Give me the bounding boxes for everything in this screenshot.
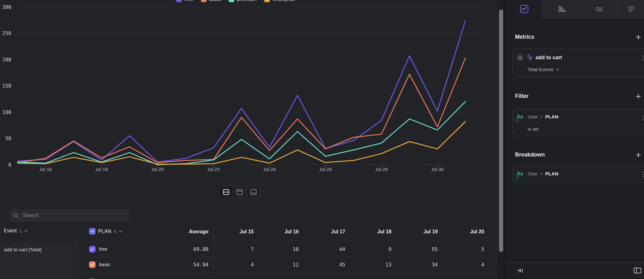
event-column-header[interactable]: Event 1 (4, 228, 28, 234)
plan-count: 4 (114, 229, 116, 234)
legend-label: basic (209, 0, 221, 2)
chevron-right-icon (541, 115, 543, 118)
table-row-basic[interactable]: basic 54.94 4 12 45 13 34 4 (80, 257, 498, 272)
check-icon (90, 263, 94, 266)
event-cursor-icon (526, 54, 533, 61)
filter-operator[interactable]: Is set (528, 127, 539, 132)
x-axis-label: Jul 22 (207, 167, 220, 172)
property-name: PLAN (545, 114, 558, 120)
measure-label: Total Events (528, 67, 553, 72)
plan-select-all-checkbox[interactable] (89, 228, 96, 235)
metrics-section-title: Metrics (515, 34, 534, 40)
check-icon (90, 230, 94, 233)
row-checkbox[interactable] (89, 246, 96, 253)
chevron-down-icon (119, 230, 122, 232)
bottom-panel-icon (250, 189, 257, 195)
event-cell-label: add to cart [Total] (4, 247, 42, 253)
day-value: 44 (339, 246, 345, 252)
property-entity: User (528, 114, 538, 120)
series-line-premium (18, 102, 465, 165)
x-axis-label: Jul 16 (39, 167, 52, 172)
line-chart-icon (520, 5, 529, 14)
event-row-panel[interactable]: add to cart [Total] (0, 243, 79, 279)
day-value: 12 (293, 262, 299, 268)
metric-measure-dropdown[interactable]: Total Events (528, 67, 559, 72)
day-value: 9 (388, 246, 391, 252)
day-value: 13 (386, 262, 391, 268)
legend-item-free[interactable]: free (176, 0, 193, 2)
add-filter-button[interactable]: + (636, 92, 641, 101)
y-axis-label: 100 (2, 109, 11, 115)
breakdown-property[interactable]: User PLAN (528, 171, 558, 177)
filter-menu-button[interactable]: ⋮ (641, 115, 644, 121)
side-panel-layout-icon[interactable] (633, 267, 641, 274)
dots-grid-icon (627, 5, 636, 13)
search-box (9, 209, 129, 222)
day-value: 7 (251, 246, 254, 252)
breakdown-menu-button[interactable]: ⋮ (641, 171, 644, 177)
day-value: 4 (481, 262, 484, 268)
date-column-header: Jul 20 (470, 229, 484, 235)
filter-section-title: Filter (515, 93, 529, 100)
date-column-header: Jul 19 (424, 229, 438, 235)
top-panel-icon (236, 189, 243, 195)
filter-card[interactable]: Aa User PLAN ⋮ Is set (513, 109, 644, 136)
date-column-header: Jul 15 (240, 229, 254, 235)
x-axis-label: Jul 28 (375, 167, 388, 172)
x-axis-label: Jul 26 (319, 167, 332, 172)
collapse-panel-icon[interactable] (517, 267, 524, 274)
series-line-enterprise (18, 122, 465, 164)
search-input[interactable] (22, 212, 125, 219)
legend-swatch (176, 0, 182, 2)
bar-chart-icon (558, 5, 566, 13)
split-view-icon (223, 189, 230, 195)
legend-item-enterprise[interactable]: enterprise (264, 0, 295, 2)
breakdown-card[interactable]: Aa User PLAN ⋮ (513, 166, 644, 183)
add-metric-button[interactable]: + (636, 33, 641, 42)
add-breakdown-button[interactable]: + (636, 151, 641, 159)
table-row-free[interactable]: free 69.88 7 10 44 9 55 5 (80, 242, 498, 257)
tab-line-chart[interactable] (506, 0, 543, 18)
layout-bottom-panel-button[interactable] (247, 186, 260, 198)
tab-bar-chart[interactable] (543, 0, 580, 18)
x-axis-label: Jul 18 (95, 167, 108, 172)
y-axis-label: 50 (5, 135, 11, 141)
day-value: 34 (432, 262, 438, 268)
plan-column-header[interactable]: PLAN 4 (89, 228, 122, 235)
metric-menu-button[interactable]: ⋮ (641, 55, 644, 61)
metric-event-name: add to cart (536, 54, 562, 60)
legend-item-basic[interactable]: basic (201, 0, 221, 2)
layout-top-panel-button[interactable] (233, 186, 247, 198)
legend-label: enterprise (273, 0, 295, 2)
average-value: 54.94 (193, 262, 208, 268)
row-checkbox[interactable] (89, 261, 96, 268)
layout-split-button[interactable] (219, 186, 233, 198)
tab-more-visualizations[interactable] (618, 0, 644, 18)
y-axis-label: 200 (2, 57, 11, 63)
day-value: 55 (432, 246, 438, 252)
average-value: 69.88 (193, 246, 208, 252)
metric-card[interactable]: A add to cart ⋮ Total Events (513, 48, 644, 77)
x-axis-label: Jul 24 (263, 167, 276, 172)
scrollbar-thumb[interactable] (499, 9, 503, 252)
event-count: 1 (19, 228, 22, 234)
x-axis-label: Jul 30 (431, 167, 444, 172)
metric-letter-badge: A (517, 54, 524, 61)
legend-item-premium[interactable]: premium (229, 0, 257, 2)
table-row-premium[interactable]: premium 33.00 5 3 23 5 23 0 (80, 275, 498, 279)
search-icon (14, 213, 19, 219)
series-line-free (18, 20, 465, 162)
chevron-right-icon (541, 172, 543, 175)
row-divider (80, 272, 498, 273)
line-chart: 050100150200250300Jul 16Jul 18Jul 20Jul … (0, 0, 498, 176)
tab-flows[interactable] (580, 0, 618, 18)
filter-property[interactable]: User PLAN (528, 114, 558, 120)
flows-icon (595, 5, 604, 13)
legend-label: free (185, 0, 193, 2)
x-axis-label: Jul 20 (151, 167, 164, 172)
legend-swatch (201, 0, 207, 2)
y-axis-label: 150 (2, 83, 11, 89)
layout-switcher (219, 186, 260, 198)
sidebar-footer-divider (506, 262, 644, 263)
y-axis-label: 250 (2, 30, 11, 36)
